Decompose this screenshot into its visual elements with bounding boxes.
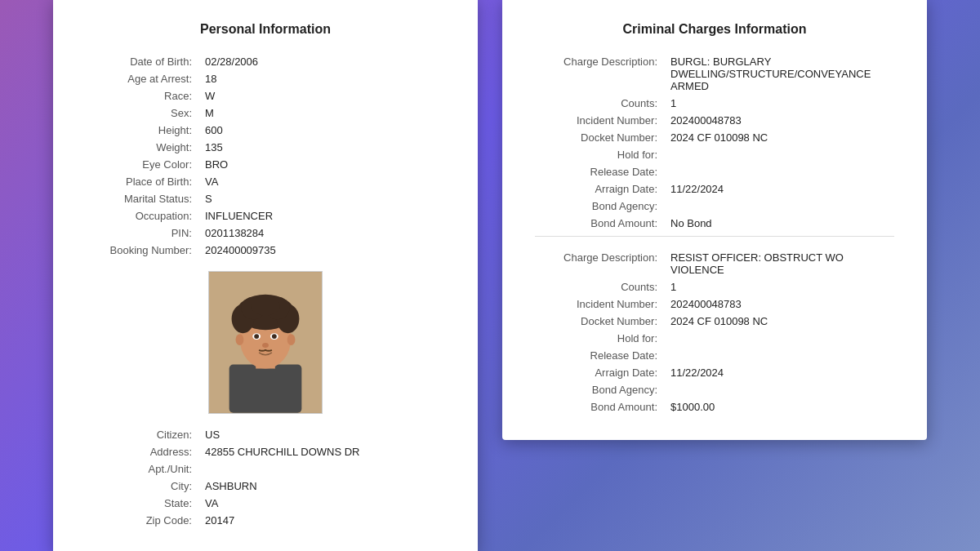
charge-label: Counts: xyxy=(535,278,666,295)
field-label: Place of Birth: xyxy=(86,173,200,190)
field-label: Occupation: xyxy=(86,207,200,224)
field-label: Race: xyxy=(86,87,200,104)
personal-info-row: Date of Birth: 02/28/2006 xyxy=(86,53,445,70)
personal-info-row: Age at Arrest: 18 xyxy=(86,70,445,87)
charge-label: Bond Agency: xyxy=(535,198,666,215)
field-value: W xyxy=(200,87,445,104)
charge-value xyxy=(666,381,894,398)
field-label: Address: xyxy=(86,443,200,460)
field-value: 202400009735 xyxy=(200,242,445,259)
charge-label: Charge Description: xyxy=(535,249,666,278)
charge-label: Arraign Date: xyxy=(535,364,666,381)
charge-label: Hold for: xyxy=(535,330,666,347)
charge-row: Incident Number:202400048783 xyxy=(535,112,894,129)
charge-row: Arraign Date:11/22/2024 xyxy=(535,180,894,198)
field-label: PIN: xyxy=(86,224,200,242)
charge-value xyxy=(666,198,894,215)
svg-point-14 xyxy=(262,343,269,348)
charge-label: Docket Number: xyxy=(535,129,666,146)
field-label: Citizen: xyxy=(86,426,200,443)
personal-info-row: PIN: 0201138284 xyxy=(86,224,445,242)
charge-label: Release Date: xyxy=(535,163,666,180)
field-value: BRO xyxy=(200,156,445,173)
field-label: Booking Number: xyxy=(86,242,200,259)
charge-value xyxy=(666,330,894,347)
charge-label: Incident Number: xyxy=(535,112,666,129)
personal-info-row: Zip Code: 20147 xyxy=(86,512,445,529)
personal-info-row: Sex: M xyxy=(86,104,445,122)
charge-value: 2024 CF 010098 NC xyxy=(666,313,894,330)
svg-point-9 xyxy=(251,296,279,316)
charge-section-0: Charge Description:BURGL: BURGLARYDWELLI… xyxy=(535,53,894,232)
charge-row: Hold for: xyxy=(535,330,894,347)
charge-row: Bond Amount:$1000.00 xyxy=(535,398,894,415)
page-wrapper: Personal Information Date of Birth: 02/2… xyxy=(37,0,943,551)
charges-container: Charge Description:BURGL: BURGLARYDWELLI… xyxy=(535,53,894,415)
field-value: S xyxy=(200,190,445,207)
personal-info-row: Address: 42855 CHURCHILL DOWNS DR xyxy=(86,443,445,460)
field-value: 42855 CHURCHILL DOWNS DR xyxy=(200,443,445,460)
charge-row: Release Date: xyxy=(535,347,894,364)
charge-row: Bond Agency: xyxy=(535,381,894,398)
personal-info-row: Place of Birth: VA xyxy=(86,173,445,190)
charge-value: 1 xyxy=(666,95,894,112)
field-label: Height: xyxy=(86,122,200,139)
charge-label: Bond Amount: xyxy=(535,215,666,232)
personal-info-row: Weight: 135 xyxy=(86,139,445,156)
charge-label: Bond Amount: xyxy=(535,398,666,415)
field-value: 600 xyxy=(200,122,445,139)
charge-value: RESIST OFFICER: OBSTRUCT WO VIOLENCE xyxy=(666,249,894,278)
charge-value xyxy=(666,146,894,163)
charge-label: Release Date: xyxy=(535,347,666,364)
charge-row: Hold for: xyxy=(535,146,894,163)
charge-label: Incident Number: xyxy=(535,295,666,313)
criminal-charges-card: Criminal Charges Information Charge Desc… xyxy=(502,0,927,440)
charge-label: Arraign Date: xyxy=(535,180,666,198)
field-label: Eye Color: xyxy=(86,156,200,173)
mugshot-container xyxy=(86,271,445,414)
charge-label: Charge Description: xyxy=(535,53,666,95)
charge-row: Arraign Date:11/22/2024 xyxy=(535,364,894,381)
charge-row: Bond Agency: xyxy=(535,198,894,215)
field-label: Date of Birth: xyxy=(86,53,200,70)
charge-row: Counts:1 xyxy=(535,95,894,112)
field-value: 02/28/2006 xyxy=(200,53,445,70)
charge-value: 11/22/2024 xyxy=(666,180,894,198)
personal-info-row: Booking Number: 202400009735 xyxy=(86,242,445,259)
charges-table-0: Charge Description:BURGL: BURGLARYDWELLI… xyxy=(535,53,894,232)
personal-info-row: Apt./Unit: xyxy=(86,460,445,478)
charge-section-1: Charge Description:RESIST OFFICER: OBSTR… xyxy=(535,236,894,415)
mugshot-image xyxy=(208,271,323,414)
charge-value: 11/22/2024 xyxy=(666,364,894,381)
field-value xyxy=(200,460,445,478)
criminal-charges-title: Criminal Charges Information xyxy=(535,22,894,37)
personal-info-row: Eye Color: BRO xyxy=(86,156,445,173)
svg-rect-1 xyxy=(229,365,302,413)
personal-info-row: Marital Status: S xyxy=(86,190,445,207)
field-value: 135 xyxy=(200,139,445,156)
field-value: 18 xyxy=(200,70,445,87)
personal-info-title: Personal Information xyxy=(86,22,445,37)
charge-row: Docket Number:2024 CF 010098 NC xyxy=(535,129,894,146)
charge-value: $1000.00 xyxy=(666,398,894,415)
personal-info-table-bottom: Citizen: US Address: 42855 CHURCHILL DOW… xyxy=(86,426,445,529)
personal-info-row: State: VA xyxy=(86,495,445,512)
field-value: VA xyxy=(200,173,445,190)
field-value: US xyxy=(200,426,445,443)
svg-point-12 xyxy=(254,334,259,339)
field-value: M xyxy=(200,104,445,122)
charge-value: 202400048783 xyxy=(666,295,894,313)
personal-info-row: Citizen: US xyxy=(86,426,445,443)
field-label: Sex: xyxy=(86,104,200,122)
charge-value xyxy=(666,347,894,364)
charge-label: Hold for: xyxy=(535,146,666,163)
charge-row: Charge Description:BURGL: BURGLARYDWELLI… xyxy=(535,53,894,95)
charge-value xyxy=(666,163,894,180)
charge-row: Counts:1 xyxy=(535,278,894,295)
charge-value: No Bond xyxy=(666,215,894,232)
charge-value: 2024 CF 010098 NC xyxy=(666,129,894,146)
charge-label: Bond Agency: xyxy=(535,381,666,398)
field-value: VA xyxy=(200,495,445,512)
field-value: INFLUENCER xyxy=(200,207,445,224)
charge-label: Counts: xyxy=(535,95,666,112)
